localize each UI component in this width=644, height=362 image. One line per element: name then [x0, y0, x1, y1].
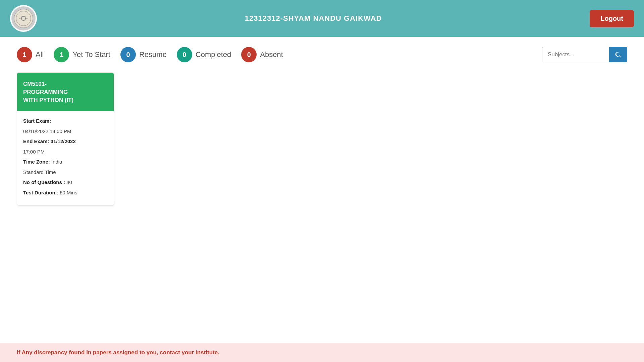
end-exam-label: End Exam: 31/12/2022: [23, 138, 108, 145]
start-exam-label: Start Exam:: [23, 117, 108, 125]
timezone: Time Zone: India: [23, 158, 108, 166]
resume-badge: 0: [120, 47, 136, 62]
card-title: CM5101-PROGRAMMINGWITH PYTHON (IT): [23, 80, 73, 104]
filter-completed[interactable]: 0 Completed: [177, 47, 231, 62]
filter-resume[interactable]: 0 Resume: [120, 47, 167, 62]
end-exam-label-text: End Exam: 31/12/2022: [23, 138, 76, 144]
resume-label: Resume: [139, 50, 167, 59]
start-exam-value: 04/10/2022 14:00 PM: [23, 128, 108, 135]
logo-image: GOVT POLYTECHNIC: [11, 6, 36, 31]
end-exam-time: 17:00 PM: [23, 148, 108, 156]
timezone-desc: Standard Time: [23, 169, 108, 176]
search-icon: [614, 51, 622, 58]
filter-bar: 1 All 1 Yet To Start 0 Resume 0 Complete…: [0, 37, 644, 72]
filter-absent[interactable]: 0 Absent: [241, 47, 283, 62]
all-badge: 1: [17, 47, 32, 62]
completed-label: Completed: [196, 50, 231, 59]
search-input[interactable]: [542, 47, 609, 62]
bottom-message: If Any discrepancy found in papers assig…: [17, 349, 219, 356]
yet-to-start-badge: 1: [54, 47, 69, 62]
search-button[interactable]: [609, 47, 627, 62]
svg-point-5: [22, 17, 25, 20]
exam-card: CM5101-PROGRAMMINGWITH PYTHON (IT) Start…: [17, 72, 114, 205]
filter-all[interactable]: 1 All: [17, 47, 44, 62]
card-body: Start Exam: 04/10/2022 14:00 PM End Exam…: [17, 111, 114, 205]
questions: No of Questions : 40: [23, 179, 108, 186]
bottom-bar: If Any discrepancy found in papers assig…: [0, 343, 644, 362]
absent-badge: 0: [241, 47, 257, 62]
header: GOVT POLYTECHNIC 12312312-SHYAM NANDU GA…: [0, 0, 644, 37]
header-title: 12312312-SHYAM NANDU GAIKWAD: [245, 14, 382, 23]
yet-to-start-label: Yet To Start: [72, 50, 110, 59]
completed-badge: 0: [177, 47, 192, 62]
card-header: CM5101-PROGRAMMINGWITH PYTHON (IT): [17, 73, 114, 111]
logout-button[interactable]: Logout: [590, 10, 634, 27]
all-label: All: [36, 50, 44, 59]
logo: GOVT POLYTECHNIC: [10, 5, 37, 32]
filter-yet-to-start[interactable]: 1 Yet To Start: [54, 47, 110, 62]
content-area: CM5101-PROGRAMMINGWITH PYTHON (IT) Start…: [0, 72, 644, 219]
duration: Test Duration : 60 Mins: [23, 189, 108, 197]
absent-label: Absent: [260, 50, 283, 59]
search-area: [542, 47, 627, 62]
